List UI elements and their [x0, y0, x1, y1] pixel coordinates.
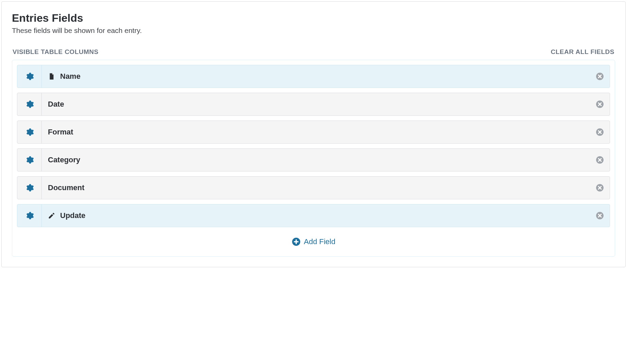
- field-settings-button[interactable]: [17, 177, 42, 199]
- field-settings-button[interactable]: [17, 65, 42, 88]
- page-title: Entries Fields: [12, 12, 615, 24]
- add-field-label: Add Field: [304, 237, 336, 246]
- field-label: Name: [60, 72, 80, 81]
- gear-icon: [25, 128, 34, 136]
- columns-header: Visible Table Columns Clear all fields: [12, 48, 615, 56]
- gear-icon: [25, 183, 34, 192]
- field-label-cell: Document: [42, 177, 590, 199]
- field-label-cell: Date: [42, 93, 590, 115]
- field-row[interactable]: Update: [17, 204, 610, 227]
- edit-icon: [48, 212, 55, 219]
- field-settings-button[interactable]: [17, 121, 42, 143]
- field-row[interactable]: Format: [17, 121, 610, 144]
- field-label: Date: [48, 100, 64, 109]
- visible-columns-label: Visible Table Columns: [13, 48, 98, 56]
- close-circle-icon: [596, 184, 604, 192]
- add-field-button[interactable]: Add Field: [17, 237, 610, 246]
- plus-circle-icon: [292, 237, 301, 246]
- field-settings-button[interactable]: [17, 204, 42, 227]
- file-icon: [48, 73, 55, 80]
- close-circle-icon: [596, 128, 604, 136]
- clear-all-fields-button[interactable]: Clear all fields: [551, 48, 614, 56]
- remove-field-button[interactable]: [590, 177, 610, 199]
- field-row[interactable]: Category: [17, 148, 610, 171]
- field-row[interactable]: Document: [17, 176, 610, 199]
- remove-field-button[interactable]: [590, 65, 610, 88]
- remove-field-button[interactable]: [590, 121, 610, 143]
- field-settings-button[interactable]: [17, 93, 42, 115]
- gear-icon: [25, 100, 34, 109]
- field-label-cell: Name: [42, 65, 590, 88]
- remove-field-button[interactable]: [590, 149, 610, 171]
- close-circle-icon: [596, 156, 604, 164]
- field-settings-button[interactable]: [17, 149, 42, 171]
- field-label: Document: [48, 183, 85, 192]
- fields-list-container: NameDateFormatCategoryDocumentUpdate Add…: [12, 60, 615, 257]
- field-row[interactable]: Date: [17, 93, 610, 116]
- gear-icon: [25, 72, 34, 81]
- gear-icon: [25, 156, 34, 164]
- field-row[interactable]: Name: [17, 65, 610, 88]
- close-circle-icon: [596, 100, 604, 108]
- field-label: Update: [60, 211, 86, 220]
- remove-field-button[interactable]: [590, 204, 610, 227]
- close-circle-icon: [596, 212, 604, 220]
- field-label-cell: Update: [42, 204, 590, 227]
- field-label: Format: [48, 128, 73, 136]
- page-subtitle: These fields will be shown for each entr…: [12, 26, 615, 35]
- close-circle-icon: [596, 72, 604, 80]
- entries-fields-panel: Entries Fields These fields will be show…: [1, 1, 626, 267]
- field-label-cell: Format: [42, 121, 590, 143]
- gear-icon: [25, 211, 34, 220]
- field-label: Category: [48, 156, 80, 164]
- field-label-cell: Category: [42, 149, 590, 171]
- remove-field-button[interactable]: [590, 93, 610, 115]
